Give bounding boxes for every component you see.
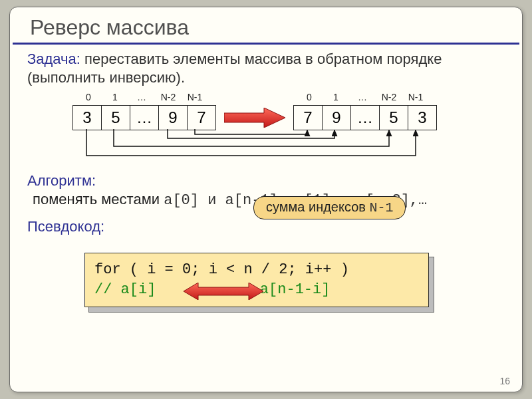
page-number: 16 [499, 376, 510, 386]
slide: Реверс массива Задача: переставить элеме… [9, 7, 523, 392]
task-body: переставить элементы массива в обратном … [27, 51, 442, 86]
code-line-1: for ( i = 0; i < n / 2; i++ ) [94, 260, 428, 280]
swap-connectors [10, 89, 523, 172]
svg-marker-1 [184, 283, 263, 300]
diagram: 01…N-2N-1 01…N-2N-1 3 5 … 9 7 7 9 … 5 3 [10, 89, 522, 172]
algorithm-label: Алгоритм: [10, 172, 522, 190]
swap-double-arrow-icon [184, 283, 263, 300]
code-box: for ( i = 0; i < n / 2; i++ ) // a[i] a[… [84, 253, 433, 311]
task-text: Задача: переставить элементы массива в о… [10, 45, 522, 86]
page-title: Реверс массива [13, 7, 519, 45]
code-content: for ( i = 0; i < n / 2; i++ ) // a[i] a[… [84, 253, 429, 307]
index-sum-callout: сумма индексов N-1 [253, 196, 406, 219]
task-label: Задача: [27, 51, 80, 67]
